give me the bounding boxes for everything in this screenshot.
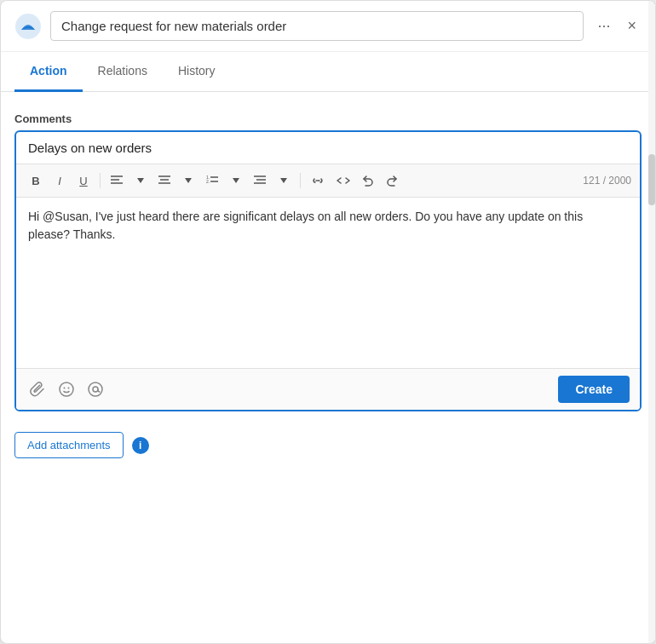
info-icon: i — [132, 437, 149, 454]
link-button[interactable] — [306, 170, 330, 192]
attachments-row: Add attachments i — [14, 432, 642, 458]
svg-text:2.: 2. — [206, 179, 210, 184]
comment-box: Delays on new orders B I U — [14, 130, 642, 411]
svg-point-14 — [60, 382, 73, 396]
tab-history[interactable]: History — [163, 52, 231, 92]
mention-button[interactable] — [84, 378, 106, 400]
list-ordered-button[interactable]: 1.2. — [201, 170, 223, 192]
align-center-button[interactable] — [153, 170, 176, 192]
svg-point-17 — [89, 382, 102, 396]
tab-relations[interactable]: Relations — [83, 52, 163, 92]
indent-button[interactable] — [249, 170, 271, 192]
editor-content[interactable]: Hi @Susan, I've just heard there are sig… — [16, 198, 640, 368]
code-button[interactable] — [331, 170, 355, 192]
redo-button[interactable] — [381, 170, 403, 192]
align-left-button[interactable] — [106, 170, 128, 192]
svg-point-16 — [68, 388, 70, 389]
comments-section: Comments Delays on new orders B I U — [14, 112, 642, 411]
indent-dropdown-button[interactable] — [273, 170, 295, 192]
modal-body: Comments Delays on new orders B I U — [1, 92, 655, 643]
tabs-bar: Action Relations History — [1, 52, 655, 92]
modal-title-input[interactable] — [50, 11, 584, 41]
svg-point-18 — [93, 387, 98, 392]
tab-action[interactable]: Action — [14, 52, 83, 92]
align-left-dropdown-button[interactable] — [129, 170, 152, 192]
header-actions: ··· × — [592, 14, 642, 38]
attach-button[interactable] — [26, 378, 49, 400]
modal-dialog: ··· × Action Relations History Comments … — [0, 0, 656, 644]
comments-label: Comments — [14, 112, 642, 125]
toolbar-divider-1 — [100, 173, 101, 188]
align-center-dropdown-button[interactable] — [177, 170, 199, 192]
app-logo — [14, 13, 42, 40]
close-button[interactable]: × — [622, 14, 642, 38]
scrollbar-track — [648, 1, 655, 643]
undo-button[interactable] — [357, 170, 379, 192]
italic-button[interactable]: I — [49, 170, 71, 192]
scrollbar-thumb[interactable] — [648, 154, 655, 205]
char-count: 121 / 2000 — [583, 175, 631, 187]
add-attachments-button[interactable]: Add attachments — [14, 432, 124, 458]
comment-subject: Delays on new orders — [16, 132, 640, 164]
bold-button[interactable]: B — [25, 170, 47, 192]
modal-header: ··· × — [1, 1, 655, 52]
create-button[interactable]: Create — [558, 376, 630, 403]
more-options-button[interactable]: ··· — [592, 14, 615, 38]
emoji-button[interactable] — [55, 378, 78, 400]
list-dropdown-button[interactable] — [225, 170, 247, 192]
svg-point-15 — [64, 388, 66, 389]
editor-toolbar: B I U — [16, 164, 640, 198]
underline-button[interactable]: U — [72, 170, 95, 192]
editor-footer: Create — [16, 368, 640, 410]
toolbar-divider-2 — [300, 173, 301, 188]
